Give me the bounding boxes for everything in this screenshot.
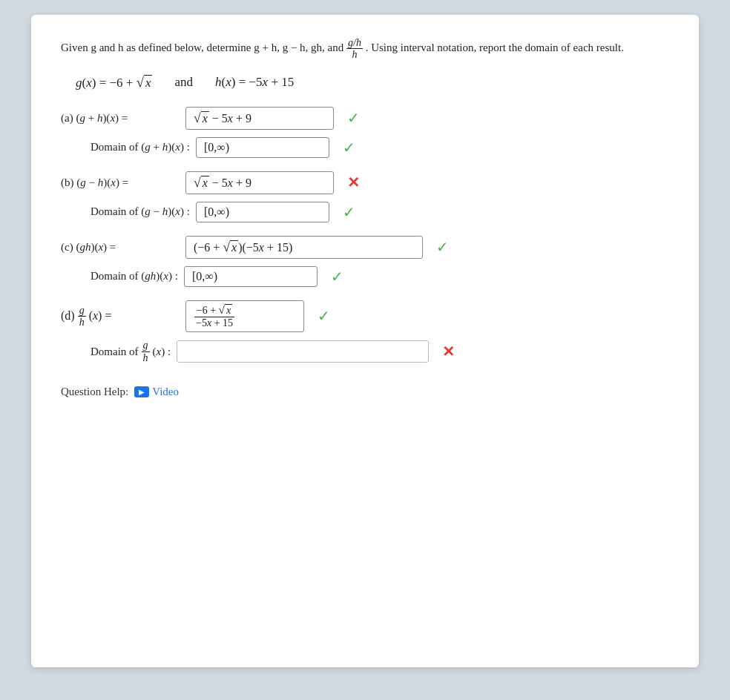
part-d-label: (d) g h (x) =	[61, 305, 180, 328]
part-d-domain-fraction: g h	[142, 340, 150, 363]
part-b-label: (b) (g − h)(x) =	[61, 176, 180, 189]
part-d-domain-row: Domain of g h (x) : ✕	[91, 340, 669, 363]
part-c-domain-answer: [0,∞)	[192, 270, 217, 283]
part-a: (a) (g + h)(x) = √x − 5x + 9 ✓ Domain of…	[61, 107, 669, 158]
part-d-domain-x-icon: ✕	[442, 343, 455, 360]
video-play-icon: ▶	[134, 386, 149, 397]
statement-end: . Using interval notation, report the do…	[366, 42, 624, 53]
part-a-domain-label: Domain of (g + h)(x) :	[91, 141, 190, 153]
part-d-answer: −6 + √x −5x + 15	[194, 304, 235, 328]
part-c: (c) (gh)(x) = (−6 + √x)(−5x + 15) ✓ Doma…	[61, 236, 669, 287]
part-c-label: (c) (gh)(x) =	[61, 241, 180, 254]
part-a-domain-check-icon: ✓	[343, 139, 355, 156]
part-c-domain-row: Domain of (gh)(x) : [0,∞) ✓	[91, 266, 669, 287]
part-b-x-icon: ✕	[347, 174, 360, 191]
video-link[interactable]: ▶ Video	[134, 386, 179, 398]
part-a-row: (a) (g + h)(x) = √x − 5x + 9 ✓	[61, 107, 669, 130]
part-b-domain-check-icon: ✓	[343, 203, 355, 221]
part-b-domain-box[interactable]: [0,∞)	[196, 202, 329, 222]
fraction-denominator: h	[350, 49, 358, 60]
part-b-row: (b) (g − h)(x) = √x − 5x + 9 ✕	[61, 171, 669, 194]
part-d-domain-input[interactable]	[177, 340, 429, 363]
part-a-check-icon: ✓	[347, 109, 360, 127]
statement-text: Given g and h as defined below, determin…	[61, 42, 343, 53]
given-functions: g(x) = −6 + √x and h(x) = −5x + 15	[76, 74, 669, 90]
part-d-check-icon: ✓	[318, 307, 330, 325]
part-a-label: (a) (g + h)(x) =	[61, 112, 180, 125]
part-d-domain-label: Domain of g h (x) :	[91, 340, 171, 363]
part-b: (b) (g − h)(x) = √x − 5x + 9 ✕ Domain of…	[61, 171, 669, 222]
part-b-answer-box[interactable]: √x − 5x + 9	[185, 171, 334, 194]
question-help-label: Question Help:	[61, 386, 128, 398]
part-b-answer: √x − 5x + 9	[194, 175, 251, 191]
and-word: and	[174, 75, 193, 90]
part-d-fraction: g h	[78, 305, 86, 328]
part-a-domain-answer: [0,∞)	[204, 141, 229, 154]
problem-statement: Given g and h as defined below, determin…	[61, 37, 669, 61]
part-a-answer-box[interactable]: √x − 5x + 9	[185, 107, 334, 130]
part-c-check-icon: ✓	[436, 238, 449, 256]
part-a-domain-box[interactable]: [0,∞)	[196, 137, 329, 158]
part-b-domain-answer: [0,∞)	[204, 205, 229, 219]
part-b-domain-row: Domain of (g − h)(x) : [0,∞) ✓	[91, 202, 669, 222]
g-function: g(x) = −6 + √x	[76, 74, 152, 90]
statement-fraction: g/h h	[346, 42, 366, 53]
fraction-numerator: g/h	[346, 37, 363, 49]
part-c-answer: (−6 + √x)(−5x + 15)	[194, 240, 292, 255]
part-c-domain-check-icon: ✓	[331, 268, 343, 285]
question-help: Question Help: ▶ Video	[61, 386, 669, 398]
part-b-domain-label: Domain of (g − h)(x) :	[91, 205, 190, 218]
video-label: Video	[152, 386, 179, 398]
part-c-domain-box[interactable]: [0,∞)	[184, 266, 318, 287]
part-c-answer-box[interactable]: (−6 + √x)(−5x + 15)	[185, 236, 423, 259]
part-d: (d) g h (x) = −6 + √x −5x + 15	[61, 300, 669, 363]
part-c-domain-label: Domain of (gh)(x) :	[91, 270, 178, 283]
part-d-answer-box[interactable]: −6 + √x −5x + 15	[185, 300, 304, 332]
part-d-row: (d) g h (x) = −6 + √x −5x + 15	[61, 300, 669, 332]
part-a-answer: √x − 5x + 9	[194, 110, 251, 126]
h-function: h(x) = −5x + 15	[215, 75, 294, 90]
part-c-row: (c) (gh)(x) = (−6 + √x)(−5x + 15) ✓	[61, 236, 669, 259]
main-card: Given g and h as defined below, determin…	[31, 15, 699, 667]
part-a-domain-row: Domain of (g + h)(x) : [0,∞) ✓	[91, 137, 669, 158]
